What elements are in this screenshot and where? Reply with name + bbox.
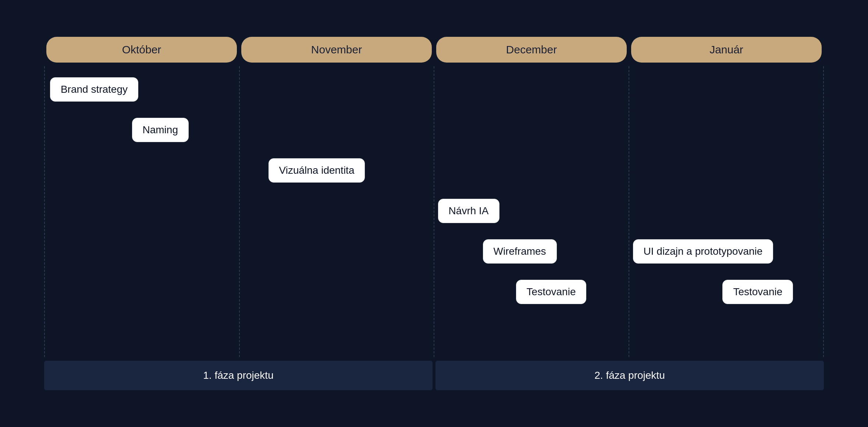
task-navrh-ia: Návrh IA (438, 199, 499, 223)
col-oktober (44, 66, 239, 357)
month-november: November (241, 37, 432, 63)
task-brand-strategy: Brand strategy (50, 77, 138, 102)
chart-container: Október November December Január 1. fáza… (37, 37, 831, 390)
phase-1: 1. fáza projektu (44, 361, 433, 390)
grid-area (44, 66, 824, 357)
phase-2: 2. fáza projektu (435, 361, 824, 390)
task-ui-dizajn: UI dizajn a prototypovanie (633, 239, 773, 264)
month-oktober: Október (46, 37, 237, 63)
task-naming: Naming (132, 118, 189, 142)
month-december: December (436, 37, 627, 63)
col-november (239, 66, 434, 357)
task-vizualna: Vizuálna identita (268, 158, 365, 183)
task-wireframes: Wireframes (483, 239, 557, 264)
task-testovanie-2: Testovanie (722, 280, 793, 304)
header-row: Október November December Január (37, 37, 831, 63)
phase-row: 1. fáza projektu 2. fáza projektu (44, 361, 824, 390)
month-januar: Január (631, 37, 822, 63)
task-testovanie-1: Testovanie (516, 280, 587, 304)
col-januar (629, 66, 824, 357)
